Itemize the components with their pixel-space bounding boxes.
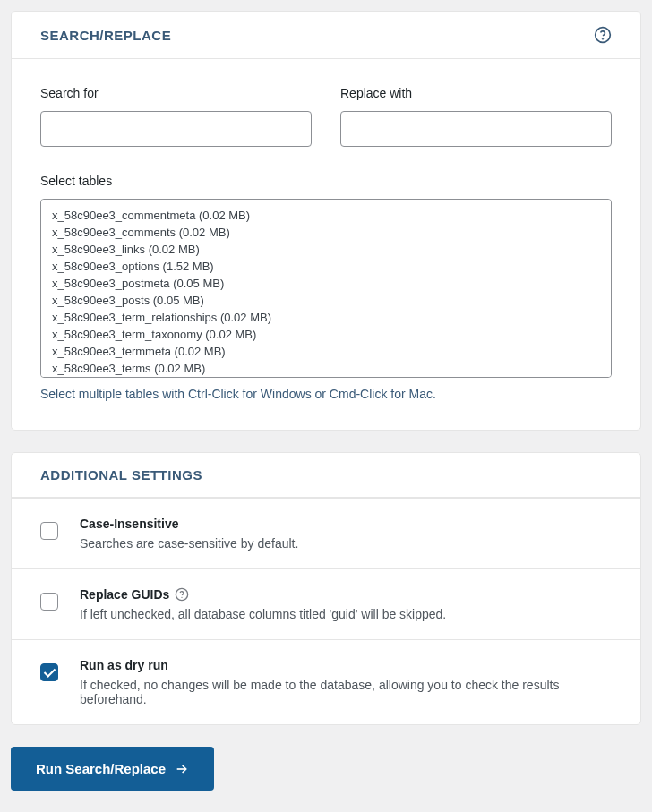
table-option[interactable]: x_58c90ee3_termmeta (0.02 MB) bbox=[41, 343, 611, 360]
svg-point-1 bbox=[603, 38, 604, 39]
run-button-label: Run Search/Replace bbox=[36, 761, 166, 776]
setting-row: Run as dry runIf checked, no changes wil… bbox=[12, 639, 640, 724]
setting-description: If left unchecked, all database columns … bbox=[80, 607, 612, 621]
setting-title: Case-Insensitive bbox=[80, 517, 612, 531]
search-for-input[interactable] bbox=[40, 111, 312, 147]
setting-title: Replace GUIDs bbox=[80, 587, 612, 602]
table-option[interactable]: x_58c90ee3_usermeta (0.02 MB) bbox=[41, 377, 611, 378]
table-option[interactable]: x_58c90ee3_terms (0.02 MB) bbox=[41, 360, 611, 377]
setting-checkbox[interactable] bbox=[40, 522, 58, 540]
table-option[interactable]: x_58c90ee3_links (0.02 MB) bbox=[41, 241, 611, 258]
help-icon[interactable] bbox=[594, 26, 612, 44]
additional-settings-header: ADDITIONAL SETTINGS bbox=[12, 453, 640, 497]
replace-with-group: Replace with bbox=[340, 86, 612, 147]
table-option[interactable]: x_58c90ee3_term_relationships (0.02 MB) bbox=[41, 309, 611, 326]
replace-with-label: Replace with bbox=[340, 86, 612, 100]
setting-text: Run as dry runIf checked, no changes wil… bbox=[80, 658, 612, 706]
setting-title: Run as dry run bbox=[80, 658, 612, 672]
search-for-label: Search for bbox=[40, 86, 312, 100]
setting-checkbox[interactable] bbox=[40, 593, 58, 611]
arrow-right-icon bbox=[175, 762, 189, 776]
table-option[interactable]: x_58c90ee3_term_taxonomy (0.02 MB) bbox=[41, 326, 611, 343]
setting-text: Case-InsensitiveSearches are case-sensit… bbox=[80, 517, 612, 551]
setting-text: Replace GUIDsIf left unchecked, all data… bbox=[80, 587, 612, 621]
setting-row: Case-InsensitiveSearches are case-sensit… bbox=[12, 498, 640, 568]
search-for-group: Search for bbox=[40, 86, 312, 147]
select-tables-hint: Select multiple tables with Ctrl-Click f… bbox=[40, 387, 612, 401]
table-option[interactable]: x_58c90ee3_comments (0.02 MB) bbox=[41, 224, 611, 241]
select-tables-input[interactable]: x_58c90ee3_commentmeta (0.02 MB)x_58c90e… bbox=[40, 199, 612, 378]
settings-list: Case-InsensitiveSearches are case-sensit… bbox=[12, 497, 640, 724]
setting-description: Searches are case-sensitive by default. bbox=[80, 536, 612, 551]
select-tables-group: Select tables x_58c90ee3_commentmeta (0.… bbox=[40, 174, 612, 401]
table-option[interactable]: x_58c90ee3_posts (0.05 MB) bbox=[41, 292, 611, 309]
table-option[interactable]: x_58c90ee3_options (1.52 MB) bbox=[41, 258, 611, 275]
search-replace-card: SEARCH/REPLACE Search for Replace with S… bbox=[11, 11, 641, 431]
search-replace-header: SEARCH/REPLACE bbox=[12, 12, 640, 59]
run-search-replace-button[interactable]: Run Search/Replace bbox=[11, 747, 214, 791]
additional-settings-title: ADDITIONAL SETTINGS bbox=[40, 467, 612, 483]
search-replace-title: SEARCH/REPLACE bbox=[40, 28, 171, 43]
svg-point-3 bbox=[182, 597, 183, 598]
search-replace-body: Search for Replace with Select tables x_… bbox=[12, 59, 640, 430]
select-tables-label: Select tables bbox=[40, 174, 612, 188]
replace-with-input[interactable] bbox=[340, 111, 612, 147]
table-option[interactable]: x_58c90ee3_commentmeta (0.02 MB) bbox=[41, 207, 611, 224]
setting-checkbox[interactable] bbox=[40, 663, 58, 681]
setting-row: Replace GUIDsIf left unchecked, all data… bbox=[12, 568, 640, 639]
help-icon[interactable] bbox=[175, 587, 189, 602]
additional-settings-card: ADDITIONAL SETTINGS Case-InsensitiveSear… bbox=[11, 452, 641, 725]
table-option[interactable]: x_58c90ee3_postmeta (0.05 MB) bbox=[41, 275, 611, 292]
search-replace-inputs: Search for Replace with bbox=[40, 86, 612, 147]
setting-description: If checked, no changes will be made to t… bbox=[80, 678, 612, 706]
